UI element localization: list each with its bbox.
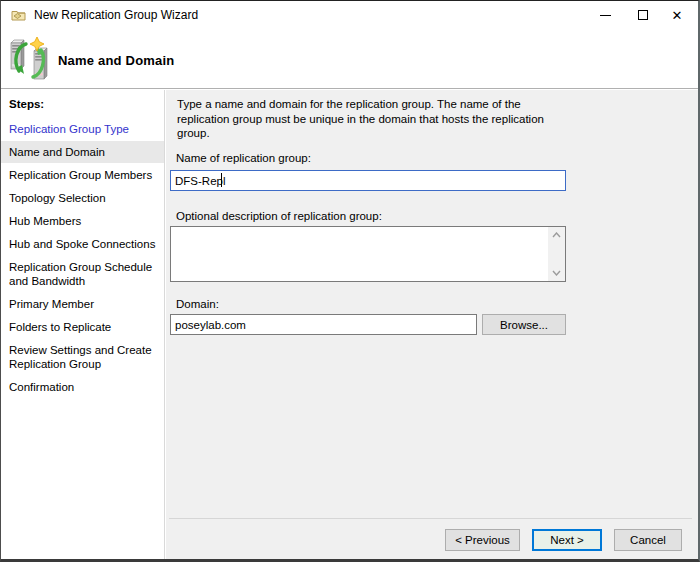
next-button[interactable]: Next > [532, 529, 602, 551]
step-topology-selection: Topology Selection [1, 187, 164, 209]
intro-text: Type a name and domain for the replicati… [177, 97, 569, 141]
step-confirmation: Confirmation [1, 376, 164, 398]
content-pane: Type a name and domain for the replicati… [166, 90, 698, 559]
minimize-button[interactable] [588, 1, 622, 29]
window-title: New Replication Group Wizard [34, 8, 198, 22]
description-field-wrap [170, 226, 566, 282]
step-folders-to-replicate: Folders to Replicate [1, 316, 164, 338]
previous-button[interactable]: < Previous [445, 529, 520, 551]
step-replication-group-type[interactable]: Replication Group Type [1, 118, 164, 140]
step-primary-member: Primary Member [1, 293, 164, 315]
scroll-down-icon[interactable] [548, 265, 565, 281]
close-button[interactable]: ✕ [660, 1, 694, 29]
wizard-window: New Replication Group Wizard ✕ [0, 0, 700, 562]
maximize-icon [638, 10, 648, 20]
close-icon: ✕ [672, 9, 683, 22]
step-replication-group-members: Replication Group Members [1, 164, 164, 186]
step-hub-members: Hub Members [1, 210, 164, 232]
page-title: Name and Domain [58, 53, 174, 68]
replication-servers-icon [9, 37, 51, 83]
step-hub-and-spoke-connections: Hub and Spoke Connections [1, 233, 164, 255]
text-cursor [221, 173, 222, 187]
browse-button[interactable]: Browse... [482, 314, 566, 335]
domain-input[interactable] [170, 314, 477, 335]
description-field-label: Optional description of replication grou… [176, 210, 382, 222]
domain-field-wrap [170, 314, 477, 335]
description-textarea[interactable] [171, 227, 548, 281]
description-scrollbar[interactable] [548, 227, 565, 281]
dfs-management-folder-icon [11, 7, 27, 23]
scroll-up-icon[interactable] [548, 227, 565, 243]
name-field-label: Name of replication group: [176, 152, 311, 164]
maximize-button[interactable] [626, 1, 660, 29]
wizard-header: Name and Domain [1, 29, 698, 89]
domain-field-label: Domain: [176, 298, 219, 310]
footer-divider [169, 518, 692, 519]
step-name-and-domain: Name and Domain [1, 141, 164, 163]
steps-sidebar: Steps: Replication Group Type Name and D… [1, 90, 165, 559]
replication-group-name-input[interactable] [170, 170, 566, 191]
cancel-button[interactable]: Cancel [614, 529, 682, 551]
step-review-settings: Review Settings and Create Replication G… [1, 339, 164, 375]
steps-heading: Steps: [1, 95, 164, 113]
minimize-icon [600, 15, 611, 16]
step-schedule-and-bandwidth: Replication Group Schedule and Bandwidth [1, 256, 164, 292]
name-field-wrap [170, 170, 566, 191]
titlebar[interactable]: New Replication Group Wizard ✕ [1, 1, 698, 29]
